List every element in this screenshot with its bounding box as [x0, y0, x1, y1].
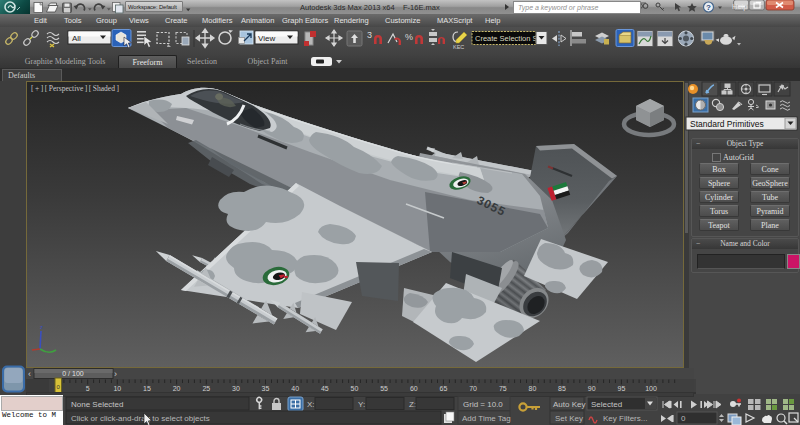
svg-text:45: 45 [321, 385, 329, 392]
svg-text:3: 3 [367, 30, 372, 40]
svg-text:Y:: Y: [358, 400, 365, 409]
svg-text:5: 5 [86, 385, 90, 392]
svg-text:Standard Primitives: Standard Primitives [690, 119, 764, 129]
svg-text:0 / 100: 0 / 100 [62, 370, 84, 377]
svg-text:35: 35 [262, 385, 270, 392]
svg-text:Add Time Tag: Add Time Tag [462, 414, 511, 423]
svg-text:Click or click-and-drag to sel: Click or click-and-drag to select object… [71, 414, 210, 423]
svg-text:›: › [114, 369, 117, 379]
svg-text:View: View [258, 34, 275, 43]
svg-text:80: 80 [529, 385, 537, 392]
svg-text:Selected: Selected [591, 400, 622, 409]
svg-text:75: 75 [499, 385, 507, 392]
svg-text:%: % [405, 32, 413, 42]
svg-text:‹: ‹ [28, 369, 31, 379]
svg-text:95: 95 [618, 385, 626, 392]
svg-text:70: 70 [469, 385, 477, 392]
svg-text:55: 55 [380, 385, 388, 392]
svg-text:20: 20 [173, 385, 181, 392]
svg-text:40: 40 [291, 385, 299, 392]
svg-text:KEC: KEC [453, 44, 464, 50]
svg-text:15: 15 [143, 385, 151, 392]
svg-text:60: 60 [410, 385, 418, 392]
svg-text:90: 90 [588, 385, 596, 392]
svg-text:z: z [40, 324, 43, 330]
svg-text:Z:: Z: [409, 400, 416, 409]
svg-text:85: 85 [558, 385, 566, 392]
svg-text:?: ? [706, 3, 711, 12]
svg-text:30: 30 [232, 385, 240, 392]
svg-text:0: 0 [681, 414, 686, 423]
svg-text:Set Key: Set Key [555, 414, 583, 423]
svg-text:Auto Key: Auto Key [553, 400, 585, 409]
svg-text:X:: X: [307, 400, 315, 409]
svg-text:50: 50 [351, 385, 359, 392]
svg-text:None Selected: None Selected [71, 400, 123, 409]
svg-text:Grid = 10.0: Grid = 10.0 [463, 400, 503, 409]
svg-text:Key Filters...: Key Filters... [603, 414, 647, 423]
svg-text:All: All [72, 34, 81, 43]
svg-text:10: 10 [113, 385, 121, 392]
svg-text:100: 100 [645, 385, 657, 392]
svg-text:65: 65 [440, 385, 448, 392]
svg-text:Create Selection Se: Create Selection Se [475, 34, 542, 43]
svg-text:25: 25 [202, 385, 210, 392]
